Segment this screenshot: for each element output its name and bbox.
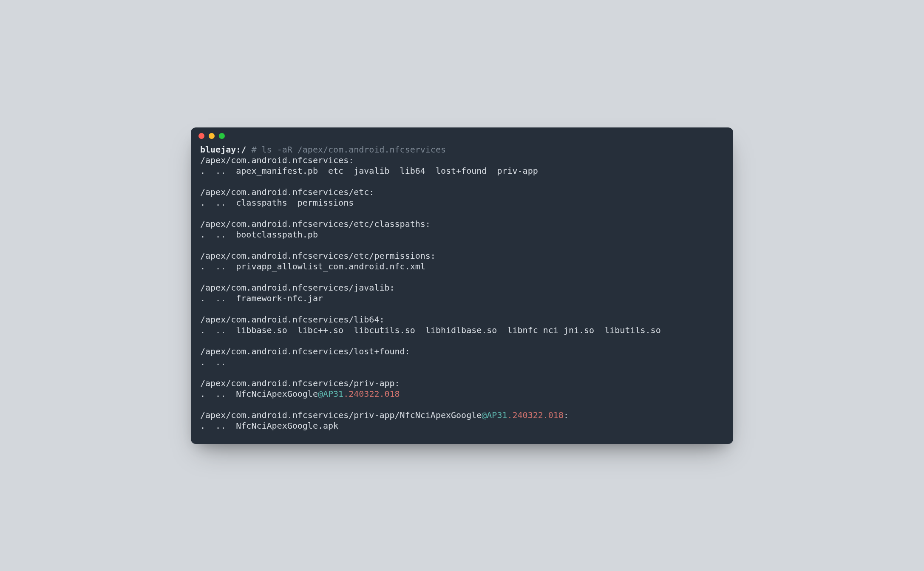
terminal-text: /apex/com.android.nfcservices/lib64: (200, 314, 384, 325)
terminal-text: /apex/com.android.nfcservices/priv-app: (200, 378, 400, 388)
terminal-output[interactable]: bluejay:/ # ls -aR /apex/com.android.nfc… (191, 144, 733, 444)
terminal-text: /apex/com.android.nfcservices/lost+found… (200, 346, 410, 356)
minimize-icon[interactable] (209, 133, 215, 139)
maximize-icon[interactable] (219, 133, 225, 139)
terminal-text: . .. (200, 357, 226, 367)
terminal-text: . .. classpaths permissions (200, 198, 354, 208)
terminal-text: /apex/com.android.nfcservices/etc: (200, 187, 374, 197)
terminal-text: /apex/com.android.nfcservices/etc/classp… (200, 219, 431, 229)
terminal-text: /apex/com.android.nfcservices/etc/permis… (200, 251, 436, 261)
terminal-text: @AP31 (318, 389, 343, 399)
terminal-text: . .. framework-nfc.jar (200, 293, 323, 303)
terminal-text: . .. libbase.so libc++.so libcutils.so l… (200, 325, 661, 335)
terminal-text: . .. bootclasspath.pb (200, 229, 318, 240)
terminal-text: . .. NfcNciApexGoogle.apk (200, 421, 338, 431)
terminal-lines: /apex/com.android.nfcservices: . .. apex… (200, 155, 661, 431)
terminal-text: . .. apex_manifest.pb etc javalib lib64 … (200, 166, 538, 176)
terminal-text: /apex/com.android.nfcservices/javalib: (200, 283, 395, 293)
window-titlebar (191, 127, 733, 144)
terminal-text: : (564, 410, 569, 420)
terminal-text: . .. NfcNciApexGoogle (200, 389, 318, 399)
terminal-text: . .. privapp_allowlist_com.android.nfc.x… (200, 261, 425, 271)
prompt-host: bluejay:/ (200, 144, 246, 155)
terminal-text: /apex/com.android.nfcservices: (200, 155, 354, 165)
terminal-text: @AP31 (482, 410, 507, 420)
prompt-command: # ls -aR /apex/com.android.nfcservices (251, 144, 446, 155)
terminal-text: /apex/com.android.nfcservices/priv-app/N… (200, 410, 482, 420)
close-icon[interactable] (198, 133, 204, 139)
terminal-text: .240322.018 (507, 410, 563, 420)
terminal-window: bluejay:/ # ls -aR /apex/com.android.nfc… (191, 127, 733, 444)
terminal-text: .240322.018 (343, 389, 400, 399)
